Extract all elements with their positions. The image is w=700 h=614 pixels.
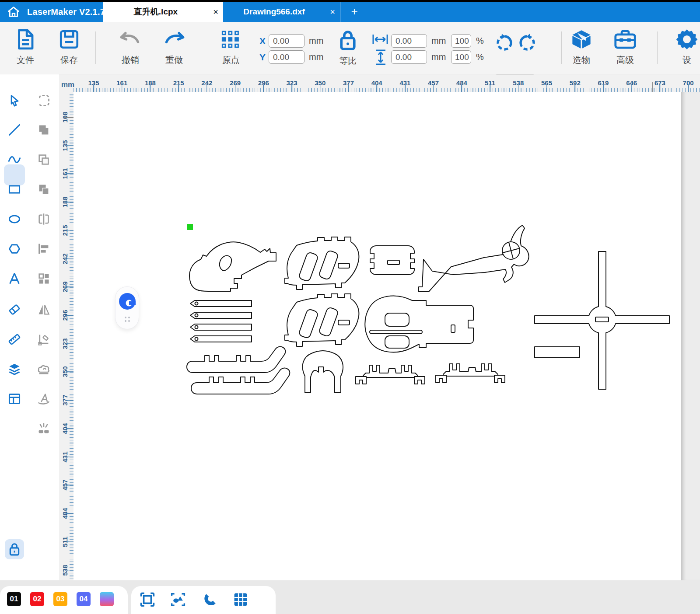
part-bulkhead-b[interactable]	[436, 364, 505, 383]
line-tool-button[interactable]	[6, 121, 23, 139]
tab-close-icon[interactable]: ×	[208, 7, 223, 17]
color-swatch-02[interactable]: 02	[30, 592, 44, 606]
color-swatch-03[interactable]: 03	[53, 592, 67, 606]
part-cabin-panel-b[interactable]	[285, 294, 359, 346]
boolean-union-button[interactable]	[35, 121, 52, 139]
ellipse-tool-button[interactable]	[6, 210, 23, 228]
layers-icon	[8, 363, 21, 376]
floating-assistant-widget[interactable]	[115, 286, 139, 329]
toolbar-separator	[95, 31, 96, 64]
origin-button[interactable]: 原点	[210, 28, 252, 66]
tab-close-icon[interactable]: ×	[325, 7, 340, 17]
boolean-subtract-button[interactable]	[35, 181, 52, 198]
part-hull-top[interactable]	[365, 296, 473, 352]
part-canopy[interactable]	[303, 351, 343, 393]
eraser-tool-button[interactable]	[6, 301, 23, 318]
text-tool-button[interactable]	[6, 270, 23, 287]
polygon-tool-button[interactable]	[6, 240, 23, 258]
flip-mirror-button[interactable]	[35, 301, 52, 318]
height-percent-input[interactable]	[451, 50, 471, 64]
part-bulkhead-a[interactable]	[356, 365, 425, 384]
weld-button[interactable]	[35, 360, 52, 378]
undo-button[interactable]: 撤销	[109, 28, 151, 66]
width-unit: mm	[431, 36, 446, 46]
ruler-tool-button[interactable]	[6, 331, 23, 348]
split-icon	[37, 213, 50, 226]
duplicate-icon	[37, 153, 50, 166]
rotate-ccw-button[interactable]	[494, 32, 515, 53]
part-blade-strip[interactable]	[190, 324, 252, 330]
align-left-icon	[37, 242, 50, 255]
part-rotor-bar[interactable]	[535, 347, 580, 358]
toolbar-separator	[205, 31, 205, 64]
height-dimension-icon	[374, 49, 387, 66]
angle-measure-button[interactable]	[35, 331, 52, 348]
magnet-icon	[202, 592, 217, 607]
explode-button[interactable]	[35, 420, 52, 437]
rectangle-tool-button[interactable]	[6, 181, 23, 198]
y-position-input[interactable]	[269, 50, 304, 64]
select-tool-button[interactable]	[6, 92, 23, 109]
height-unit: mm	[431, 52, 446, 62]
assistant-logo-icon	[119, 293, 136, 310]
home-button[interactable]	[6, 5, 21, 18]
x-unit: mm	[309, 36, 323, 46]
selection-origin-marker	[187, 224, 193, 230]
grid-button[interactable]	[232, 591, 249, 608]
part-nose-profile[interactable]	[189, 242, 276, 291]
part-blade-strip[interactable]	[190, 300, 252, 307]
layer-color-panel: 01020304	[0, 586, 128, 614]
drag-handle-icon[interactable]	[125, 317, 130, 322]
duplicate-button[interactable]	[35, 151, 52, 168]
redo-button[interactable]: 重做	[153, 28, 195, 66]
tab-inactive-document[interactable]: Drawing566.dxf ×	[223, 2, 340, 22]
toolbar: 文件 保存 撤销 重做	[0, 22, 700, 74]
part-cabin-panel-a[interactable]	[285, 237, 359, 290]
settings-button[interactable]: 设	[666, 28, 700, 66]
advanced-button[interactable]: 高级	[604, 28, 646, 66]
line-icon	[8, 123, 21, 136]
hexagon-icon	[8, 242, 21, 255]
part-blade-strip[interactable]	[190, 336, 252, 342]
lock-aspect-button[interactable]: 等比	[327, 29, 369, 67]
fit-frame-button[interactable]	[139, 591, 156, 608]
save-icon	[58, 28, 80, 51]
width-percent-input[interactable]	[451, 34, 471, 48]
create-button[interactable]: 造物	[560, 28, 602, 66]
split-button[interactable]	[35, 210, 52, 228]
rotate-cw-button[interactable]	[517, 32, 538, 53]
angle-pen-icon	[37, 333, 50, 346]
part-tail-boom[interactable]	[419, 225, 529, 292]
canvas-lock-button[interactable]	[5, 539, 24, 559]
home-icon	[7, 6, 20, 18]
design-canvas[interactable]	[74, 92, 700, 580]
text-icon	[8, 272, 21, 285]
file-button[interactable]: 文件	[4, 28, 46, 66]
marquee-select-button[interactable]	[35, 92, 52, 109]
gradient-swatch[interactable]	[100, 592, 114, 606]
snap-magnet-button[interactable]	[201, 591, 218, 608]
save-button[interactable]: 保存	[48, 28, 90, 66]
arrange-grid-button[interactable]	[35, 270, 52, 287]
width-input[interactable]	[391, 34, 427, 48]
select-shapes-button[interactable]	[170, 591, 186, 608]
layers-button[interactable]	[6, 360, 23, 378]
new-tab-button[interactable]: +	[346, 2, 363, 22]
curve-tool-button[interactable]	[6, 151, 23, 168]
color-swatch-01[interactable]: 01	[7, 592, 21, 606]
lasermaker-window: { "titlebar": { "app_title": "LaserMaker…	[0, 0, 700, 614]
part-blade-strip[interactable]	[190, 312, 252, 318]
align-button[interactable]	[35, 240, 52, 258]
part-skid-a[interactable]	[187, 347, 285, 373]
color-swatch-04[interactable]: 04	[77, 592, 91, 606]
part-tab-plate[interactable]	[370, 246, 414, 275]
table-tool-button[interactable]	[6, 390, 23, 408]
height-input[interactable]	[391, 50, 427, 64]
canvas-edge-shade	[681, 92, 700, 580]
artistic-text-button[interactable]	[35, 390, 52, 408]
part-main-rotor-cross[interactable]	[535, 251, 669, 389]
lock-icon	[8, 542, 21, 556]
tab-active-document[interactable]: 直升机.lcpx ×	[103, 2, 223, 22]
toolbox-icon	[613, 28, 637, 51]
x-position-input[interactable]	[269, 34, 304, 48]
